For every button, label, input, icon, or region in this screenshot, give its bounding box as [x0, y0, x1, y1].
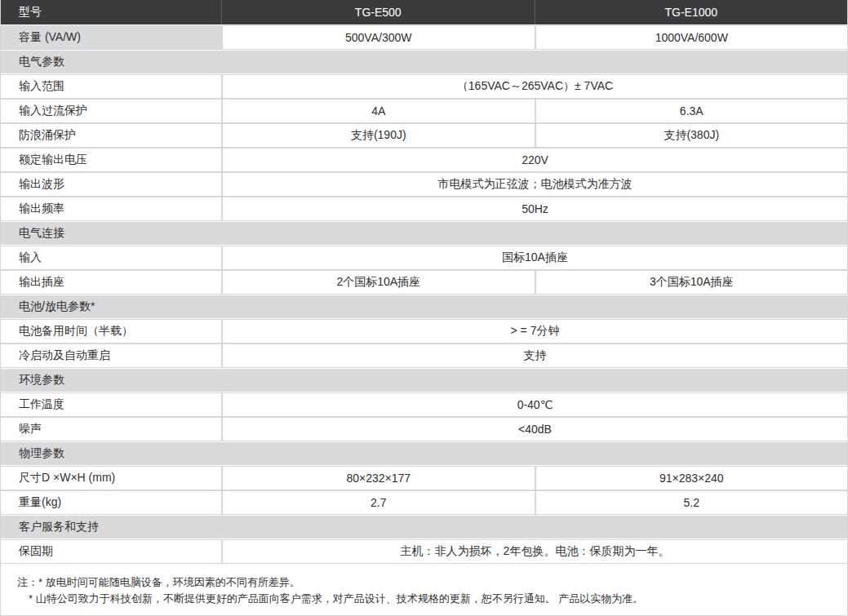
spec-value-1: 500VA/300W: [221, 26, 535, 49]
spec-label: 冷启动及自动重启: [1, 344, 221, 367]
spec-label: 额定输出电压: [1, 148, 221, 171]
spec-value-span: 0-40℃: [221, 393, 847, 416]
column-header-product-2: TG-E1000: [535, 0, 848, 24]
spec-row: 输入范围（165VAC～265VAC）± 7VAC: [1, 75, 847, 98]
column-header-product-1: TG-E500: [221, 0, 535, 24]
spec-label: 尺寸D ×W×H (mm): [1, 467, 221, 490]
spec-label: 保固期: [1, 540, 221, 563]
spec-value-2: 5.2: [535, 491, 848, 514]
table-header-row: 型号TG-E500TG-E1000: [1, 0, 847, 24]
section-header-row: 电气参数: [1, 51, 847, 73]
spec-value-2: 3个国标10A插座: [535, 271, 848, 294]
spec-label: 重量(kg): [1, 491, 221, 514]
spec-value-span: 50Hz: [221, 197, 847, 220]
spec-value-span: 市电模式为正弦波；电池模式为准方波: [221, 173, 847, 196]
section-title: 电气连接: [1, 222, 847, 245]
column-header-model: 型号: [1, 0, 221, 24]
footnote-line-2: * 山特公司致力于科技创新，不断提供更好的产品面向客户需求，对产品设计、技术规格…: [17, 591, 847, 607]
section-header-row: 物理参数: [1, 442, 847, 465]
spec-row: 输出频率50Hz: [1, 197, 847, 220]
section-title: 电池/放电参数*: [1, 295, 847, 318]
spec-value-span: 220V: [221, 148, 847, 171]
section-title: 客户服务和支持: [1, 516, 847, 538]
spec-row: 额定输出电压220V: [1, 148, 847, 171]
spec-value-span: <40dB: [221, 418, 847, 441]
spec-row: 工作温度0-40℃: [1, 393, 847, 416]
spec-label: 防浪涌保护: [1, 124, 221, 147]
section-header-row: 电气连接: [1, 222, 847, 245]
section-title: 电气参数: [1, 51, 847, 73]
spec-label: 输出波形: [1, 173, 221, 196]
spec-value-1: 支持(190J): [221, 124, 535, 147]
spec-row: 尺寸D ×W×H (mm)80×232×17791×283×240: [1, 467, 847, 490]
section-header-row: 客户服务和支持: [1, 516, 847, 538]
spec-row: 电池备用时间（半载）> = 7分钟: [1, 320, 847, 343]
spec-value-span: 主机：非人为损坏，2年包换。电池：保质期为一年。: [221, 540, 847, 563]
spec-row: 冷启动及自动重启支持: [1, 344, 847, 367]
spec-value-span: 国标10A插座: [221, 246, 847, 269]
footnote-line-1: 注：* 放电时间可能随电脑设备，环境因素的不同有所差异。: [17, 574, 847, 591]
footnotes: 注：* 放电时间可能随电脑设备，环境因素的不同有所差异。 * 山特公司致力于科技…: [1, 565, 847, 607]
spec-row: 保固期主机：非人为损坏，2年包换。电池：保质期为一年。: [1, 540, 847, 563]
spec-row: 输入国标10A插座: [1, 246, 847, 269]
spec-value-2: 6.3A: [535, 100, 848, 122]
section-title: 物理参数: [1, 442, 847, 465]
spec-value-2: 支持(380J): [535, 124, 848, 147]
spec-sheet: 型号TG-E500TG-E1000容量 (VA/W)500VA/300W1000…: [0, 0, 848, 616]
spec-row: 噪声<40dB: [1, 418, 847, 441]
section-title: 环境参数: [1, 369, 847, 392]
spec-label: 容量 (VA/W): [1, 26, 221, 49]
spec-label: 输入范围: [1, 75, 221, 98]
spec-value-1: 2.7: [221, 491, 535, 514]
spec-value-span: > = 7分钟: [221, 320, 847, 343]
spec-label: 输出插座: [1, 271, 221, 294]
spec-table: 型号TG-E500TG-E1000容量 (VA/W)500VA/300W1000…: [1, 0, 847, 563]
spec-label: 电池备用时间（半载）: [1, 320, 221, 343]
section-header-row: 电池/放电参数*: [1, 295, 847, 318]
spec-value-2: 1000VA/600W: [535, 26, 848, 49]
spec-value-1: 80×232×177: [221, 467, 535, 490]
spec-label: 输入过流保护: [1, 100, 221, 122]
spec-row: 重量(kg)2.75.2: [1, 491, 847, 514]
spec-row: 输出插座2个国标10A插座3个国标10A插座: [1, 271, 847, 294]
spec-value-span: （165VAC～265VAC）± 7VAC: [221, 75, 847, 98]
spec-label: 噪声: [1, 418, 221, 441]
spec-label: 输入: [1, 246, 221, 269]
spec-label: 工作温度: [1, 393, 221, 416]
spec-row: 容量 (VA/W)500VA/300W1000VA/600W: [1, 26, 847, 49]
spec-value-1: 2个国标10A插座: [221, 271, 535, 294]
spec-row: 输出波形市电模式为正弦波；电池模式为准方波: [1, 173, 847, 196]
spec-value-1: 4A: [221, 100, 535, 122]
spec-value-2: 91×283×240: [535, 467, 848, 490]
spec-row: 输入过流保护4A6.3A: [1, 100, 847, 122]
spec-label: 输出频率: [1, 197, 221, 220]
section-header-row: 环境参数: [1, 369, 847, 392]
spec-value-span: 支持: [221, 344, 847, 367]
spec-row: 防浪涌保护支持(190J)支持(380J): [1, 124, 847, 147]
